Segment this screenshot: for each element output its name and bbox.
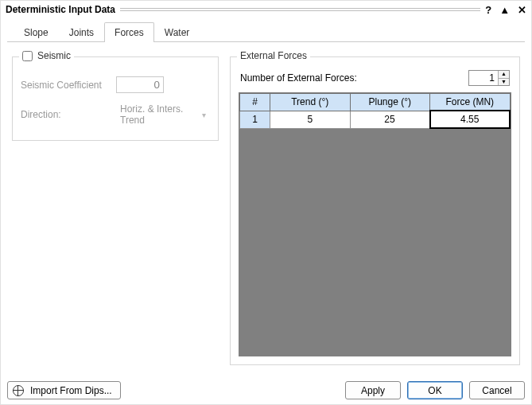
external-forces-legend: External Forces (237, 50, 310, 61)
table-header-row: # Trend (°) Plunge (°) Force (MN) (240, 94, 511, 111)
spin-up-button[interactable]: ▲ (499, 71, 509, 79)
tab-water[interactable]: Water (154, 22, 200, 42)
tab-strip: Slope Joints Forces Water (7, 21, 525, 42)
deterministic-input-data-panel: Deterministic Input Data ? ▲ ✕ Slope Joi… (0, 0, 532, 405)
external-count-label: Number of External Forces: (240, 72, 357, 84)
chevron-down-icon: ▾ (202, 111, 206, 119)
seismic-legend: Seismic (37, 50, 71, 61)
seismic-direction-label: Direction: (21, 109, 116, 120)
titlebar-divider (120, 8, 480, 13)
collapse-button[interactable]: ▲ (499, 5, 510, 15)
external-count-spinner[interactable]: ▲ ▼ (468, 70, 510, 86)
globe-icon (13, 385, 24, 396)
seismic-coeff-input (116, 76, 164, 93)
row-index-cell[interactable]: 1 (240, 111, 270, 128)
col-plunge[interactable]: Plunge (°) (350, 94, 430, 111)
import-button-label: Import From Dips... (30, 385, 112, 396)
table-row[interactable]: 1 5 25 4.55 (240, 111, 511, 128)
ok-button[interactable]: OK (407, 381, 463, 399)
apply-button[interactable]: Apply (345, 381, 401, 399)
tab-joints[interactable]: Joints (59, 22, 104, 42)
window-title: Deterministic Input Data (6, 4, 115, 15)
tab-slope[interactable]: Slope (14, 22, 59, 42)
seismic-coeff-label: Seismic Coefficient (21, 80, 116, 91)
external-forces-group: External Forces Number of External Force… (230, 56, 520, 365)
col-hash[interactable]: # (240, 94, 270, 111)
external-forces-grid[interactable]: # Trend (°) Plunge (°) Force (MN) 1 5 25 (239, 92, 511, 356)
tab-forces[interactable]: Forces (104, 22, 154, 42)
import-from-dips-button[interactable]: Import From Dips... (7, 381, 121, 399)
close-button[interactable]: ✕ (518, 5, 526, 15)
help-button[interactable]: ? (485, 5, 491, 15)
cell-trend[interactable]: 5 (270, 111, 351, 128)
cancel-button[interactable]: Cancel (469, 381, 525, 399)
seismic-direction-value: Horiz. & Inters. Trend (120, 103, 202, 126)
seismic-checkbox[interactable] (22, 51, 33, 61)
cell-force[interactable]: 4.55 (430, 111, 511, 128)
col-trend[interactable]: Trend (°) (270, 94, 351, 111)
titlebar: Deterministic Input Data ? ▲ ✕ (1, 1, 531, 18)
cell-plunge[interactable]: 25 (350, 111, 430, 128)
external-count-input[interactable] (469, 71, 498, 85)
spin-down-button[interactable]: ▼ (499, 79, 509, 86)
dialog-footer: Import From Dips... Apply OK Cancel (1, 376, 531, 404)
col-force[interactable]: Force (MN) (430, 94, 511, 111)
seismic-direction-select: Horiz. & Inters. Trend ▾ (116, 101, 210, 128)
seismic-group: Seismic Seismic Coefficient Direction: H… (12, 56, 219, 141)
